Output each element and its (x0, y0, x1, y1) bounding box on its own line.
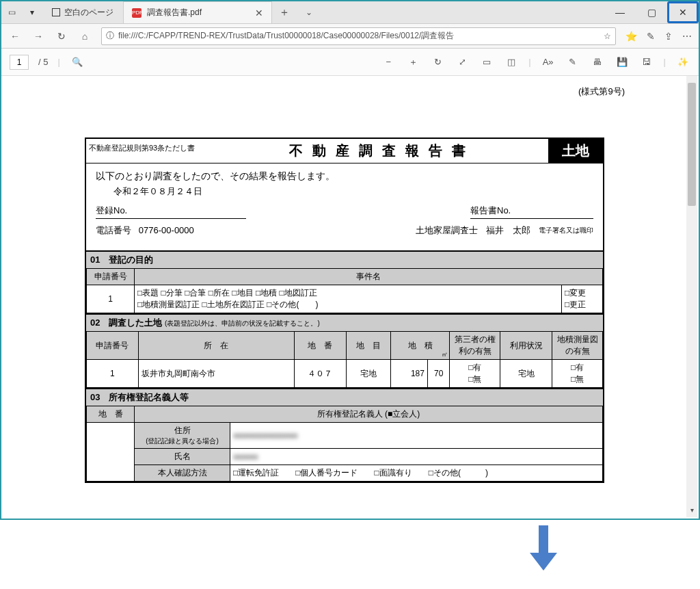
sec01-matter-header: 事件名 (135, 269, 603, 285)
close-button[interactable]: ✕ (667, 1, 699, 23)
two-page-icon[interactable]: ◫ (504, 57, 519, 67)
report-no-label: 報告書No. (470, 205, 511, 215)
tab-active-label: 調査報告書.pdf (147, 7, 202, 18)
maximize-button[interactable]: ▢ (636, 1, 667, 23)
sec02-h-landcat: 地 目 (346, 332, 390, 360)
sec03-addr-label: 住所 (137, 425, 227, 436)
tab-blank-page[interactable]: 空白のページ (42, 1, 124, 23)
titlebar: ▭ ▾ 空白のページ PDF 調査報告書.pdf ✕ ＋ ⌄ — ▢ ✕ (1, 1, 699, 24)
scroll-thumb[interactable] (688, 83, 696, 206)
read-aloud-icon[interactable]: A» (541, 57, 556, 67)
info-icon: ⓘ (106, 30, 114, 42)
sec02-row: 1 坂井市丸岡町南今市 ４０７ 宅地 187 70 □有 □無 宅地 □有 □無 (87, 360, 603, 388)
pdf-viewport[interactable]: ▾ (様式第9号) 不動産登記規則第93条ただし書 不動産調査報告書 土地 以下… (3, 76, 697, 517)
sec03-lot-cell (87, 423, 135, 482)
page-view-icon[interactable]: ▭ (479, 57, 494, 67)
intro-text: 以下のとおり調査をしたので、その結果を報告します。 (96, 170, 593, 183)
section-02-header: 02 調査した土地 (表題登記以外は、申請前の状況を記載すること。) (86, 313, 603, 331)
sec02-h-lotno: 地 番 (294, 332, 346, 360)
favorites-bar-icon[interactable]: ⭐ (625, 31, 637, 42)
blank-page-icon (52, 8, 60, 16)
fit-page-icon[interactable]: ⤢ (455, 57, 470, 67)
tabs-menu-button[interactable]: ⌄ (297, 1, 321, 23)
pin-icon[interactable]: ✨ (675, 57, 690, 67)
sec03-name-label: 氏名 (135, 449, 230, 465)
sec01-appno: 1 (87, 285, 135, 313)
sec03-name-value: ■■■■■ (230, 449, 603, 465)
rotate-icon[interactable]: ↻ (430, 57, 445, 67)
report-date: 令和２年０８月２４日 (113, 185, 593, 198)
section-01-header: 01 登記の目的 (86, 250, 603, 268)
settings-icon[interactable]: ⋯ (682, 31, 692, 42)
sec02-h-area: 地 積 ㎡ (390, 332, 450, 360)
tab-set-aside-icon[interactable]: ▾ (22, 8, 42, 17)
url-text: file:///C:/FCAPP/TREND-REX/TrustData/Tru… (118, 30, 600, 42)
share-icon[interactable]: ⇪ (664, 31, 673, 42)
sec02-h-appno: 申請番号 (87, 332, 139, 360)
pdf-toolbar: / 5 | 🔍 − ＋ ↻ ⤢ ▭ ◫ | A» ✎ 🖶 💾 🖫 | ✨ (1, 49, 699, 76)
sec01-correct: □更正 (565, 299, 600, 311)
page-number-input[interactable] (10, 55, 29, 70)
url-input[interactable]: ⓘ file:///C:/FCAPP/TREND-REX/TrustData/T… (101, 27, 616, 45)
page-total: / 5 (38, 57, 48, 67)
surveyor-role: 土地家屋調査士 (416, 224, 478, 237)
sec03-addr-note: (登記記録と異なる場合) (137, 436, 227, 446)
signature-note: 電子署名又は職印 (539, 226, 593, 235)
tab-inactive-label: 空白のページ (64, 7, 113, 18)
tel-value: 0776-00-0000 (139, 225, 194, 235)
print-icon[interactable]: 🖶 (590, 57, 605, 67)
sec01-appno-header: 申請番号 (87, 269, 135, 285)
sec03-addr-value: ■■■■■■■■■■■■■ (230, 423, 603, 449)
land-badge: 土地 (548, 139, 603, 163)
favorite-icon[interactable]: ☆ (604, 31, 611, 41)
sec02-h-location: 所 在 (138, 332, 294, 360)
home-button[interactable]: ⌂ (78, 31, 92, 42)
save-icon[interactable]: 💾 (615, 57, 630, 67)
zoom-in-icon[interactable]: ＋ (405, 56, 420, 68)
tab-active-pdf[interactable]: PDF 調査報告書.pdf ✕ (124, 1, 272, 23)
zoom-out-icon[interactable]: − (381, 57, 396, 67)
forward-button[interactable]: → (31, 31, 45, 42)
sec01-change: □変更 (565, 287, 600, 299)
sec02-h-thirdparty: 第三者の権利の有無 (450, 332, 500, 360)
save-as-icon[interactable]: 🖫 (639, 57, 654, 67)
notes-icon[interactable]: ✎ (565, 57, 580, 67)
header-rule-note: 不動産登記規則第93条ただし書 (86, 139, 216, 163)
address-bar: ← → ↻ ⌂ ⓘ file:///C:/FCAPP/TREND-REX/Tru… (1, 24, 699, 49)
annotation-down-arrow (530, 525, 557, 573)
search-icon[interactable]: 🔍 (70, 57, 85, 67)
section-03-header: 03 所有権登記名義人等 (86, 388, 603, 406)
document-title: 不動産調査報告書 (216, 139, 548, 163)
sec01-checkboxes: □表題 □分筆 □合筆 □所在 □地目 □地積 □地図訂正 □地積測量図訂正 □… (135, 285, 562, 313)
tab-close-icon[interactable]: ✕ (255, 8, 263, 18)
minimize-button[interactable]: — (604, 1, 636, 23)
new-tab-button[interactable]: ＋ (272, 1, 297, 23)
sec03-owner-header: 所有権登記名義人 (■立会人) (135, 406, 603, 423)
form-number-note: (様式第9号) (23, 83, 666, 103)
sec03-id-options: □運転免許証 □個人番号カード □面識有り □その他( ) (230, 465, 603, 482)
scroll-arrow-down-icon[interactable]: ▾ (688, 506, 696, 516)
vertical-scrollbar[interactable]: ▾ (686, 76, 697, 517)
registration-no-label: 登録No. (96, 205, 127, 215)
surveyor-name: 福井 太郎 (486, 224, 530, 237)
pdf-icon: PDF (132, 8, 142, 18)
refresh-button[interactable]: ↻ (55, 31, 68, 42)
app-icon: ▭ (1, 8, 22, 17)
tel-label: 電話番号 (96, 225, 131, 235)
document-page: (様式第9号) 不動産登記規則第93条ただし書 不動産調査報告書 土地 以下のと… (23, 83, 666, 483)
sec02-h-surveymap: 地積測量図の有無 (552, 332, 603, 360)
sec03-id-label: 本人確認方法 (135, 465, 230, 482)
reading-list-icon[interactable]: ✎ (647, 31, 655, 42)
back-button[interactable]: ← (8, 31, 22, 42)
sec03-lot-header: 地 番 (87, 406, 135, 423)
sec02-h-usage: 利用状況 (500, 332, 552, 360)
